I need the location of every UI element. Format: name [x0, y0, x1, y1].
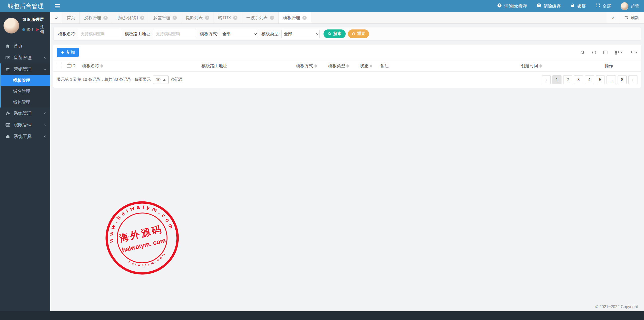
template-name-input[interactable] — [78, 30, 121, 38]
table-refresh-icon[interactable] — [592, 50, 596, 55]
tab-close-icon[interactable]: × — [205, 16, 209, 20]
sort-icon[interactable] — [100, 64, 103, 68]
page-button-8[interactable]: 8 — [618, 75, 627, 84]
table-footer: 显示第 1 到第 10 条记录，总共 80 条记录 每页显示 10 条记录 ‹1… — [53, 72, 641, 86]
page-button-5[interactable]: 5 — [596, 75, 605, 84]
page-button-1[interactable]: 1 — [552, 75, 561, 84]
tab-3[interactable]: 多签管理× — [149, 12, 181, 23]
idcard-icon — [5, 122, 10, 127]
column-label: 模板方式 — [296, 63, 313, 69]
sort-icon[interactable] — [314, 64, 317, 68]
page-button-4[interactable]: 4 — [585, 75, 594, 84]
per-page-select[interactable]: 10 — [153, 76, 169, 84]
tab-5[interactable]: 转TRX× — [214, 12, 242, 23]
sidebar-item-2[interactable]: 营销管理 — [1, 63, 50, 75]
search-icon — [328, 32, 332, 36]
tab-4[interactable]: 提款列表× — [181, 12, 214, 23]
cloud-icon — [5, 134, 10, 139]
clear-cache-button[interactable]: ?清除缓存 — [532, 0, 566, 12]
table-search-icon[interactable] — [580, 50, 585, 55]
sidebar-item-3[interactable]: 系统管理 — [0, 108, 50, 119]
sort-icon[interactable] — [370, 64, 372, 68]
tab-label: 首页 — [67, 15, 75, 21]
sidebar-subitem-2-1[interactable]: 域名管理 — [1, 86, 50, 97]
top-navbar: 钱包后台管理 ?清除job缓存?清除缓存锁屏全屏 超管 — [0, 0, 644, 12]
chevron-left-icon — [43, 56, 47, 59]
column-header-5[interactable]: 状态 — [354, 60, 378, 72]
gear-icon — [5, 111, 10, 116]
user-panel: 组织:管理层 ID:1 注销 — [0, 12, 50, 40]
status-dot-icon — [22, 28, 25, 31]
column-header-7[interactable]: 创建时间 — [519, 60, 577, 72]
tab-close-icon[interactable]: × — [270, 16, 274, 20]
reset-button[interactable]: 重置 — [348, 29, 369, 38]
sidebar-item-label: 首页 — [14, 43, 23, 49]
template-route-input[interactable] — [153, 30, 196, 38]
export-icon[interactable] — [629, 50, 637, 55]
search-button[interactable]: 搜索 — [324, 29, 346, 38]
column-header-3[interactable]: 模板方式 — [290, 60, 323, 72]
user-menu[interactable]: 超管 — [616, 0, 644, 12]
tab-label: 提款列表 — [186, 15, 203, 21]
question-circle-icon: ? — [497, 3, 502, 9]
chevron-down-icon — [43, 67, 47, 71]
column-header-4[interactable]: 模板类型 — [323, 60, 354, 72]
table-view-icon[interactable] — [603, 50, 608, 55]
tab-1[interactable]: 授权管理× — [80, 12, 112, 23]
sign-out-icon — [35, 27, 39, 31]
page-prev-button[interactable]: ‹ — [542, 75, 551, 84]
template-type-select[interactable]: 全部 — [281, 30, 319, 38]
sidebar-subitem-2-0[interactable]: 模板管理 — [1, 75, 50, 86]
page-button-3[interactable]: 3 — [574, 75, 583, 84]
column-label: 模板类型 — [328, 63, 345, 69]
template-method-select[interactable]: 全部 — [220, 30, 258, 38]
svg-text:?: ? — [499, 4, 500, 7]
lock-screen-button[interactable]: 锁屏 — [566, 0, 591, 12]
hamburger-icon[interactable] — [50, 0, 64, 12]
clear-cache-label: 清除缓存 — [544, 3, 561, 9]
refresh-tab-button[interactable]: 刷新 — [619, 12, 644, 23]
tab-close-icon[interactable]: × — [140, 16, 144, 20]
tab-6[interactable]: 一波杀列表× — [242, 12, 279, 23]
tab-7[interactable]: 模板管理× — [279, 12, 311, 23]
sidebar-subitem-2-2[interactable]: 钱包管理 — [1, 97, 50, 108]
tab-2[interactable]: 助记词私钥× — [112, 12, 149, 23]
column-header-8: 操作 — [577, 60, 641, 72]
sidebar-item-5[interactable]: 系统工具 — [0, 131, 50, 142]
tab-close-icon[interactable]: × — [233, 16, 237, 20]
logout-button[interactable]: 注销 — [35, 25, 47, 34]
clear-job-cache-label: 清除job缓存 — [504, 3, 527, 9]
sidebar-item-4[interactable]: 权限管理 — [0, 119, 50, 131]
question-circle-icon: ? — [537, 3, 541, 9]
avatar — [4, 18, 19, 33]
add-button[interactable]: 新增 — [57, 48, 79, 57]
plus-icon — [61, 50, 65, 54]
page-button-2[interactable]: 2 — [563, 75, 572, 84]
caret-up-icon — [163, 79, 166, 81]
sort-icon[interactable] — [539, 64, 542, 68]
tabs-scroll-right-icon[interactable]: » — [607, 12, 619, 23]
column-label: 操作 — [605, 63, 613, 69]
fullscreen-button[interactable]: 全屏 — [591, 0, 616, 12]
sort-icon[interactable] — [346, 64, 349, 68]
tabs-scroll-left-icon[interactable]: « — [50, 12, 62, 23]
refresh-icon — [624, 16, 628, 20]
tab-close-icon[interactable]: × — [103, 16, 108, 20]
tab-bar: « 首页授权管理×助记词私钥×多签管理×提款列表×转TRX×一波杀列表×模板管理… — [50, 12, 644, 24]
sidebar-item-0[interactable]: 首页 — [0, 40, 50, 52]
column-header-1[interactable]: 模板名称 — [80, 60, 199, 72]
sidebar-item-1[interactable]: 鱼苗管理 — [0, 52, 50, 63]
column-label: 主ID — [67, 63, 75, 69]
user-id: ID:1 — [27, 27, 34, 32]
tab-close-icon[interactable]: × — [302, 16, 307, 20]
columns-icon[interactable] — [614, 50, 623, 55]
templates-table: 主ID模板名称模板路由地址模板方式模板类型状态备注创建时间操作 — [53, 60, 641, 72]
tab-0[interactable]: 首页 — [62, 12, 80, 23]
sidebar-item-label: 权限管理 — [14, 122, 32, 128]
tab-close-icon[interactable]: × — [173, 16, 177, 20]
page-next-button[interactable]: › — [628, 75, 637, 84]
clear-job-cache-button[interactable]: ?清除job缓存 — [492, 0, 532, 12]
content: 模板名称: 模板路由地址: 模板方式: 全部 模板类型: 全部 搜索 重置 — [50, 24, 644, 311]
chevron-left-icon — [43, 123, 47, 127]
select-all-checkbox[interactable] — [57, 64, 61, 68]
